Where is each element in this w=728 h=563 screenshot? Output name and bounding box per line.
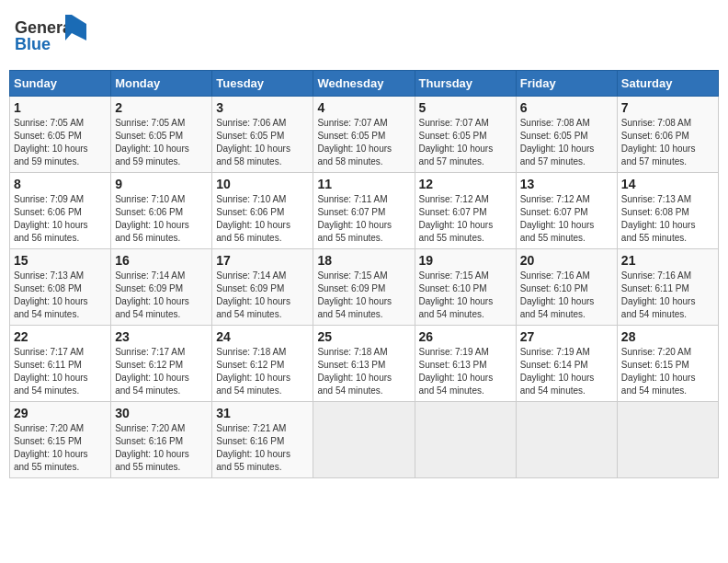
day-number: 6	[520, 100, 613, 115]
day-number: 13	[520, 177, 613, 191]
day-cell: 26Sunrise: 7:19 AM Sunset: 6:13 PM Dayli…	[415, 326, 516, 402]
day-cell: 30Sunrise: 7:20 AM Sunset: 6:16 PM Dayli…	[111, 402, 212, 478]
day-number: 20	[520, 253, 613, 268]
day-info: Sunrise: 7:06 AM Sunset: 6:05 PM Dayligh…	[216, 117, 309, 168]
day-cell: 10Sunrise: 7:10 AM Sunset: 6:06 PM Dayli…	[212, 173, 313, 249]
day-number: 5	[419, 100, 512, 115]
day-number: 3	[216, 100, 309, 115]
day-cell: 8Sunrise: 7:09 AM Sunset: 6:06 PM Daylig…	[10, 173, 111, 249]
day-info: Sunrise: 7:18 AM Sunset: 6:13 PM Dayligh…	[317, 346, 410, 397]
day-cell: 28Sunrise: 7:20 AM Sunset: 6:15 PM Dayli…	[617, 326, 718, 402]
day-info: Sunrise: 7:15 AM Sunset: 6:10 PM Dayligh…	[419, 270, 512, 321]
day-cell: 9Sunrise: 7:10 AM Sunset: 6:06 PM Daylig…	[111, 173, 212, 249]
day-number: 8	[14, 177, 107, 191]
day-info: Sunrise: 7:09 AM Sunset: 6:06 PM Dayligh…	[14, 193, 107, 245]
day-cell: 16Sunrise: 7:14 AM Sunset: 6:09 PM Dayli…	[111, 249, 212, 326]
column-header-tuesday: Tuesday	[212, 71, 313, 97]
day-number: 22	[14, 329, 107, 344]
day-number: 2	[115, 100, 208, 115]
day-number: 9	[115, 177, 208, 191]
day-cell: 24Sunrise: 7:18 AM Sunset: 6:12 PM Dayli…	[212, 326, 313, 402]
day-number: 1	[14, 100, 107, 115]
week-row-4: 22Sunrise: 7:17 AM Sunset: 6:11 PM Dayli…	[10, 326, 719, 402]
calendar-body: 1Sunrise: 7:05 AM Sunset: 6:05 PM Daylig…	[10, 97, 719, 478]
day-cell: 14Sunrise: 7:13 AM Sunset: 6:08 PM Dayli…	[617, 173, 718, 249]
day-info: Sunrise: 7:17 AM Sunset: 6:12 PM Dayligh…	[115, 346, 208, 397]
day-cell: 5Sunrise: 7:07 AM Sunset: 6:05 PM Daylig…	[415, 97, 516, 173]
day-cell	[313, 402, 415, 478]
day-info: Sunrise: 7:07 AM Sunset: 6:05 PM Dayligh…	[317, 117, 410, 168]
calendar-header: SundayMondayTuesdayWednesdayThursdayFrid…	[10, 71, 719, 97]
day-number: 19	[419, 253, 512, 268]
day-number: 17	[216, 253, 309, 268]
day-cell	[617, 402, 718, 478]
day-info: Sunrise: 7:13 AM Sunset: 6:08 PM Dayligh…	[14, 270, 107, 321]
day-info: Sunrise: 7:15 AM Sunset: 6:09 PM Dayligh…	[317, 270, 410, 321]
day-info: Sunrise: 7:05 AM Sunset: 6:05 PM Dayligh…	[14, 117, 107, 168]
week-row-5: 29Sunrise: 7:20 AM Sunset: 6:15 PM Dayli…	[10, 402, 719, 478]
day-cell: 31Sunrise: 7:21 AM Sunset: 6:16 PM Dayli…	[212, 402, 313, 478]
day-cell	[516, 402, 617, 478]
day-info: Sunrise: 7:19 AM Sunset: 6:14 PM Dayligh…	[520, 346, 613, 397]
day-number: 23	[115, 329, 208, 344]
day-info: Sunrise: 7:14 AM Sunset: 6:09 PM Dayligh…	[115, 270, 208, 321]
day-info: Sunrise: 7:20 AM Sunset: 6:15 PM Dayligh…	[14, 422, 107, 474]
day-cell: 6Sunrise: 7:08 AM Sunset: 6:05 PM Daylig…	[516, 97, 617, 173]
day-info: Sunrise: 7:20 AM Sunset: 6:15 PM Dayligh…	[621, 346, 714, 397]
day-number: 31	[216, 406, 309, 420]
day-info: Sunrise: 7:16 AM Sunset: 6:10 PM Dayligh…	[520, 270, 613, 321]
day-number: 4	[317, 100, 410, 115]
header-row: SundayMondayTuesdayWednesdayThursdayFrid…	[10, 71, 719, 97]
day-cell: 25Sunrise: 7:18 AM Sunset: 6:13 PM Dayli…	[313, 326, 415, 402]
day-cell: 23Sunrise: 7:17 AM Sunset: 6:12 PM Dayli…	[111, 326, 212, 402]
day-info: Sunrise: 7:12 AM Sunset: 6:07 PM Dayligh…	[520, 193, 613, 245]
day-cell: 27Sunrise: 7:19 AM Sunset: 6:14 PM Dayli…	[516, 326, 617, 402]
day-cell: 12Sunrise: 7:12 AM Sunset: 6:07 PM Dayli…	[415, 173, 516, 249]
page-header: GeneralBlue	[9, 9, 719, 63]
day-cell: 7Sunrise: 7:08 AM Sunset: 6:06 PM Daylig…	[617, 97, 718, 173]
day-info: Sunrise: 7:12 AM Sunset: 6:07 PM Dayligh…	[419, 193, 512, 245]
day-cell: 20Sunrise: 7:16 AM Sunset: 6:10 PM Dayli…	[516, 249, 617, 326]
column-header-wednesday: Wednesday	[313, 71, 415, 97]
day-cell: 15Sunrise: 7:13 AM Sunset: 6:08 PM Dayli…	[10, 249, 111, 326]
day-number: 18	[317, 253, 410, 268]
calendar-table: SundayMondayTuesdayWednesdayThursdayFrid…	[9, 70, 719, 478]
day-info: Sunrise: 7:14 AM Sunset: 6:09 PM Dayligh…	[216, 270, 309, 321]
day-cell: 3Sunrise: 7:06 AM Sunset: 6:05 PM Daylig…	[212, 97, 313, 173]
day-number: 28	[621, 329, 714, 344]
day-info: Sunrise: 7:07 AM Sunset: 6:05 PM Dayligh…	[419, 117, 512, 168]
week-row-1: 1Sunrise: 7:05 AM Sunset: 6:05 PM Daylig…	[10, 97, 719, 173]
day-cell: 18Sunrise: 7:15 AM Sunset: 6:09 PM Dayli…	[313, 249, 415, 326]
day-number: 24	[216, 329, 309, 344]
day-number: 11	[317, 177, 410, 191]
column-header-monday: Monday	[111, 71, 212, 97]
day-cell	[415, 402, 516, 478]
day-number: 12	[419, 177, 512, 191]
day-cell: 19Sunrise: 7:15 AM Sunset: 6:10 PM Dayli…	[415, 249, 516, 326]
svg-text:Blue: Blue	[15, 35, 51, 53]
week-row-3: 15Sunrise: 7:13 AM Sunset: 6:08 PM Dayli…	[10, 249, 719, 326]
day-cell: 1Sunrise: 7:05 AM Sunset: 6:05 PM Daylig…	[10, 97, 111, 173]
day-cell: 29Sunrise: 7:20 AM Sunset: 6:15 PM Dayli…	[10, 402, 111, 478]
day-info: Sunrise: 7:13 AM Sunset: 6:08 PM Dayligh…	[621, 193, 714, 245]
day-cell: 21Sunrise: 7:16 AM Sunset: 6:11 PM Dayli…	[617, 249, 718, 326]
day-info: Sunrise: 7:08 AM Sunset: 6:06 PM Dayligh…	[621, 117, 714, 168]
day-cell: 4Sunrise: 7:07 AM Sunset: 6:05 PM Daylig…	[313, 97, 415, 173]
day-info: Sunrise: 7:11 AM Sunset: 6:07 PM Dayligh…	[317, 193, 410, 245]
day-info: Sunrise: 7:08 AM Sunset: 6:05 PM Dayligh…	[520, 117, 613, 168]
column-header-friday: Friday	[516, 71, 617, 97]
day-cell: 17Sunrise: 7:14 AM Sunset: 6:09 PM Dayli…	[212, 249, 313, 326]
day-info: Sunrise: 7:17 AM Sunset: 6:11 PM Dayligh…	[14, 346, 107, 397]
day-info: Sunrise: 7:21 AM Sunset: 6:16 PM Dayligh…	[216, 422, 309, 474]
day-number: 26	[419, 329, 512, 344]
column-header-saturday: Saturday	[617, 71, 718, 97]
logo: GeneralBlue	[15, 13, 88, 59]
day-cell: 22Sunrise: 7:17 AM Sunset: 6:11 PM Dayli…	[10, 326, 111, 402]
day-info: Sunrise: 7:10 AM Sunset: 6:06 PM Dayligh…	[115, 193, 208, 245]
day-info: Sunrise: 7:10 AM Sunset: 6:06 PM Dayligh…	[216, 193, 309, 245]
day-number: 21	[621, 253, 714, 268]
day-cell: 2Sunrise: 7:05 AM Sunset: 6:05 PM Daylig…	[111, 97, 212, 173]
day-info: Sunrise: 7:05 AM Sunset: 6:05 PM Dayligh…	[115, 117, 208, 168]
day-cell: 13Sunrise: 7:12 AM Sunset: 6:07 PM Dayli…	[516, 173, 617, 249]
logo-svg: GeneralBlue	[15, 13, 88, 59]
